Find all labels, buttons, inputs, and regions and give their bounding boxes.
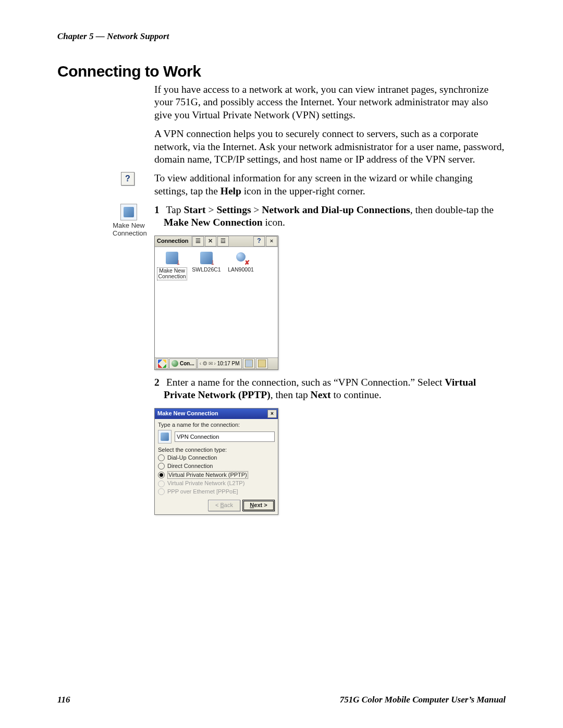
page-number: 116 <box>57 695 70 705</box>
text: ack <box>224 502 233 508</box>
radio-label: Dial-Up Connection <box>167 454 217 462</box>
text: icon in the upper-right corner. <box>241 186 365 196</box>
system-tray[interactable]: ‹ ❂ ✉ › 10:17 PM <box>198 359 242 369</box>
desktop-button[interactable] <box>243 359 255 369</box>
back-button: < Back <box>208 500 240 511</box>
chapter-header: Chapter 5 — Network Support <box>57 31 506 42</box>
text: > <box>206 204 217 215</box>
close-button[interactable]: × <box>266 236 277 246</box>
page-footer: 116 751G Color Mobile Computer User’s Ma… <box>57 695 506 705</box>
help-icon: ? <box>121 172 134 186</box>
make-new-connection-side-icon: Make New Connection <box>113 204 145 238</box>
step-1-text: 1 Tap Start > Settings > Network and Dia… <box>154 204 506 229</box>
connection-icon <box>120 204 137 220</box>
toolbar-button[interactable]: ☰ <box>192 236 204 246</box>
intro-paragraph-1: If you have access to a network at work,… <box>154 83 506 121</box>
intro-paragraph-2: A VPN connection helps you to securely c… <box>154 128 506 166</box>
connections-window: Connection ☰ ✕ ☲ ? × Make New Connection <box>154 236 278 370</box>
radio-dialup[interactable]: Dial-Up Connection <box>158 454 275 462</box>
lan-connection-icon <box>233 250 249 266</box>
step-1-row: Make New Connection 1 Tap Start > Settin… <box>154 204 506 370</box>
icon-label-line1: Make New <box>113 222 145 230</box>
body-column: If you have access to a network at work,… <box>154 83 506 515</box>
manual-title: 751G Color Mobile Computer User’s Manual <box>340 695 506 705</box>
network-connection-icon <box>199 250 214 266</box>
help-bold: Help <box>221 186 241 196</box>
item-label: Make New Connection <box>157 267 187 280</box>
bold: Next <box>311 389 331 400</box>
make-new-connection-item[interactable]: Make New Connection <box>157 250 187 280</box>
step-number: 2 <box>154 376 164 389</box>
windows-logo-icon <box>158 360 166 368</box>
type-prompt: Select the connection type: <box>158 447 275 454</box>
make-new-connection-icon <box>164 250 180 266</box>
wizard-body: Type a name for the connection: Select t… <box>155 419 278 514</box>
desktop-icon <box>245 360 253 367</box>
close-button[interactable]: × <box>267 410 277 418</box>
radio-icon <box>158 463 165 470</box>
page: Chapter 5 — Network Support Connecting t… <box>0 0 563 728</box>
bold: Network and Dial-up Connections <box>262 204 410 215</box>
bold: Start <box>183 204 205 215</box>
item-label: LAN90001 <box>226 267 256 273</box>
taskbar-app[interactable]: Con... <box>169 359 197 369</box>
radio-label: Virtual Private Network (L2TP) <box>167 480 244 487</box>
name-prompt: Type a name for the connection: <box>158 422 275 429</box>
swld-connection-item[interactable]: SWLD26C1 <box>191 250 222 273</box>
text: to continue. <box>331 389 382 400</box>
wizard-titlebar: Make New Connection × <box>155 409 278 419</box>
radio-icon-disabled <box>158 480 165 487</box>
connections-titlebar: Connection ☰ ✕ ☲ ? × <box>155 236 278 247</box>
connection-type-icon <box>158 430 172 443</box>
tray-icons: ‹ ❂ ✉ › <box>200 361 216 367</box>
clock: 10:17 PM <box>217 361 240 367</box>
help-paragraph: To view additional information for any s… <box>154 172 506 198</box>
radio-direct[interactable]: Direct Connection <box>158 462 275 471</box>
help-button[interactable]: ? <box>253 236 265 246</box>
keyboard-icon <box>258 360 266 367</box>
icon-label-line2: Connection <box>113 230 145 238</box>
text: , then tap <box>271 389 311 400</box>
help-info-row: ? To view additional information for any… <box>154 172 506 198</box>
make-new-connection-wizard: Make New Connection × Type a name for th… <box>154 408 278 515</box>
radio-label: Direct Connection <box>167 463 213 470</box>
text: icon. <box>263 217 285 228</box>
sip-button[interactable] <box>256 359 268 369</box>
text: B <box>221 502 224 508</box>
lan-connection-item[interactable]: LAN90001 <box>226 250 256 273</box>
bold: Make New Connection <box>164 217 263 228</box>
radio-icon-disabled <box>158 488 165 495</box>
text: Tap <box>166 204 184 215</box>
item-label: SWLD26C1 <box>191 267 222 273</box>
next-button[interactable]: Next > <box>242 500 275 511</box>
section-heading: Connecting to Work <box>57 63 506 80</box>
bold: Settings <box>216 204 251 215</box>
connection-name-input[interactable] <box>175 431 275 442</box>
radio-label: PPP over Ethernet [PPPoE] <box>167 488 238 496</box>
name-input-row <box>158 430 275 443</box>
radio-pptp[interactable]: Virtual Private Network (PPTP) <box>158 471 275 480</box>
step-2-text: 2 Enter a name for the connection, such … <box>154 376 506 402</box>
text: , then double-tap the <box>410 204 494 215</box>
text: < <box>215 502 220 508</box>
wizard-buttons: < Back Next > <box>158 500 275 511</box>
radio-icon <box>158 454 165 461</box>
window-title: Connection <box>155 236 192 246</box>
toolbar-properties-button[interactable]: ☲ <box>217 236 229 246</box>
radio-l2tp: Virtual Private Network (L2TP) <box>158 479 275 488</box>
connections-content[interactable]: Make New Connection SWLD26C1 LAN90001 <box>155 247 278 357</box>
radio-pppoe: PPP over Ethernet [PPPoE] <box>158 488 275 496</box>
task-label: Con... <box>180 361 194 367</box>
start-button[interactable] <box>156 359 168 369</box>
radio-label: Virtual Private Network (PPTP) <box>167 471 248 479</box>
globe-icon <box>172 360 178 367</box>
radio-icon-selected <box>158 472 165 478</box>
wizard-title: Make New Connection <box>157 410 218 417</box>
text: > <box>251 204 262 215</box>
text: Enter a name for the connection, such as… <box>166 377 445 388</box>
toolbar-delete-button[interactable]: ✕ <box>205 236 216 246</box>
step-number: 1 <box>154 204 164 216</box>
taskbar: Con... ‹ ❂ ✉ › 10:17 PM <box>155 357 278 369</box>
text: ext > <box>254 502 267 508</box>
